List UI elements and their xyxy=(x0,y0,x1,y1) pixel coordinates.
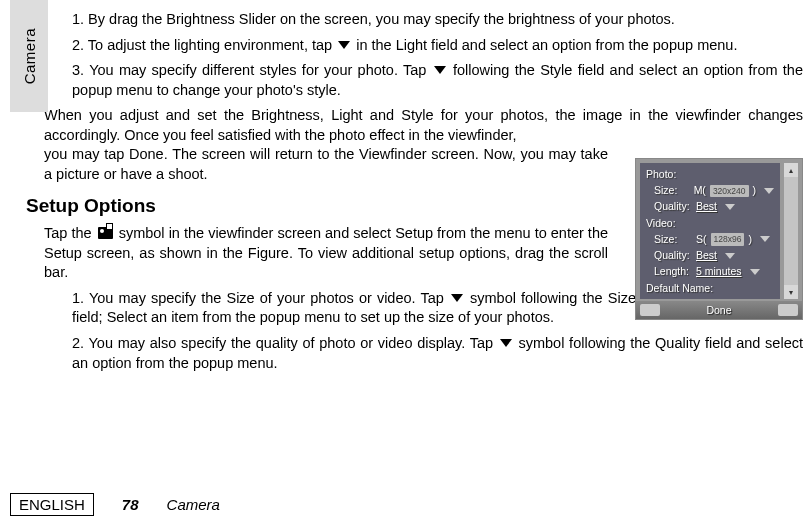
side-tab-camera: Camera xyxy=(10,0,48,112)
video-quality-value: Best xyxy=(696,248,717,263)
scrollbar[interactable]: ▴ ▾ xyxy=(784,163,798,299)
setup-step-2: 2. You may also specify the quality of p… xyxy=(72,334,803,373)
panel-footer-bar: Done xyxy=(636,301,802,319)
chevron-down-icon[interactable] xyxy=(725,253,735,259)
chevron-down-icon[interactable] xyxy=(750,269,760,275)
setup-text-a: Tap the xyxy=(44,225,96,241)
done-button[interactable]: Done xyxy=(706,304,731,316)
video-size-row[interactable]: Size: S(128x96) xyxy=(646,232,774,247)
video-length-value: 5 minutes xyxy=(696,264,742,279)
photo-quality-row[interactable]: Quality: Best xyxy=(646,199,774,214)
language-badge: ENGLISH xyxy=(10,493,94,516)
video-size-label: Size: xyxy=(646,232,692,247)
step-3: 3. You may specify different styles for … xyxy=(72,61,803,100)
setup-panel-body: Photo: Size: M(320x240) Quality: Best Vi… xyxy=(640,163,780,299)
setup-step-2a: 2. You may also specify the quality of p… xyxy=(72,335,498,351)
scroll-down-icon[interactable]: ▾ xyxy=(784,285,798,299)
chevron-down-icon[interactable] xyxy=(760,236,770,242)
dropdown-icon xyxy=(434,66,446,74)
paragraph-setup: Tap the symbol in the viewfinder screen … xyxy=(44,224,608,283)
keyboard-icon[interactable] xyxy=(778,304,798,316)
photo-size-val-prefix: M( xyxy=(694,183,706,198)
photo-size-row[interactable]: Size: M(320x240) xyxy=(646,183,774,198)
chevron-down-icon[interactable] xyxy=(764,188,774,194)
video-quality-row[interactable]: Quality: Best xyxy=(646,248,774,263)
side-tab-label: Camera xyxy=(21,28,38,84)
photo-size-val-suffix: ) xyxy=(753,183,757,198)
step-2-text-b: in the Light field and select an option … xyxy=(352,37,737,53)
setup-text-b: symbol in the viewfinder screen and sele… xyxy=(44,225,608,280)
photo-size-px: 320x240 xyxy=(710,185,749,197)
photo-quality-value: Best xyxy=(696,199,717,214)
setup-panel-figure: Photo: Size: M(320x240) Quality: Best Vi… xyxy=(635,158,803,320)
video-quality-label: Quality: xyxy=(646,248,692,263)
default-name-label: Default Name: xyxy=(646,281,774,296)
chevron-down-icon[interactable] xyxy=(725,204,735,210)
dropdown-icon xyxy=(338,41,350,49)
panel-left-icon[interactable] xyxy=(640,304,660,316)
page-number: 78 xyxy=(122,496,139,513)
photo-quality-label: Quality: xyxy=(646,199,692,214)
step-1: 1. By drag the Brightness Slider on the … xyxy=(72,10,803,30)
step-3-text-a: 3. You may specify different styles for … xyxy=(72,62,432,78)
step-2-text-a: 2. To adjust the lighting environment, t… xyxy=(72,37,336,53)
section-name: Camera xyxy=(167,496,220,513)
video-group-title: Video: xyxy=(646,216,774,231)
video-length-row[interactable]: Length: 5 minutes xyxy=(646,264,774,279)
video-length-label: Length: xyxy=(646,264,692,279)
photo-size-label: Size: xyxy=(646,183,690,198)
step-2: 2. To adjust the lighting environment, t… xyxy=(72,36,803,56)
scroll-up-icon[interactable]: ▴ xyxy=(784,163,798,177)
video-size-val-suffix: ) xyxy=(748,232,752,247)
video-size-val-prefix: S( xyxy=(696,232,707,247)
photo-group-title: Photo: xyxy=(646,167,774,182)
dropdown-icon xyxy=(500,339,512,347)
setup-step-1a: 1. You may specify the Size of your phot… xyxy=(72,290,449,306)
page-footer: ENGLISH 78 Camera xyxy=(0,493,220,516)
dropdown-icon xyxy=(451,294,463,302)
setup-step-1: 1. You may specify the Size of your phot… xyxy=(72,289,636,328)
video-size-px: 128x96 xyxy=(711,233,745,245)
setup-icon xyxy=(98,227,113,239)
